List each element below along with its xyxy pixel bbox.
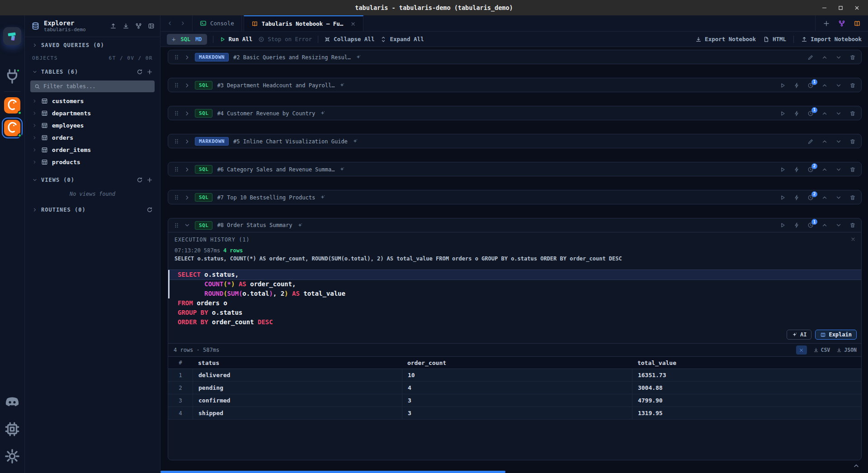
cell-title[interactable]: #4 Customer Revenue by Country [217, 110, 315, 117]
connections-icon[interactable] [4, 68, 21, 85]
move-cell-down-icon[interactable] [835, 194, 842, 201]
close-history-icon[interactable] [850, 236, 856, 242]
drag-handle-icon[interactable] [174, 110, 179, 116]
new-notebook-icon[interactable] [854, 20, 861, 27]
add-cell-icon[interactable]: + [172, 36, 175, 43]
expand-cell-icon[interactable] [184, 194, 190, 201]
table-item-products[interactable]: products [25, 156, 160, 168]
add-view-icon[interactable] [146, 177, 153, 183]
drag-handle-icon[interactable] [174, 194, 179, 200]
table-item-orders[interactable]: orders [25, 132, 160, 144]
sparkle-icon[interactable] [355, 54, 361, 60]
ai-button[interactable]: AI [787, 330, 811, 340]
sql-editor[interactable]: SELECT o.status, COUNT(*) AS order_count… [168, 265, 861, 343]
cell-title[interactable]: #5 Inline Chart Visualization Guide [233, 138, 348, 145]
refresh-routines-icon[interactable] [146, 207, 153, 213]
table-item-departments[interactable]: departments [25, 107, 160, 119]
refresh-tables-icon[interactable] [137, 69, 143, 75]
discord-icon[interactable] [4, 393, 21, 411]
run-force-icon[interactable] [793, 110, 800, 117]
table-item-order_items[interactable]: order_items [25, 144, 160, 156]
sparkle-icon[interactable] [339, 82, 345, 88]
nav-forward-icon[interactable] [180, 20, 186, 26]
table-item-customers[interactable]: customers [25, 95, 160, 107]
sparkle-icon[interactable] [297, 222, 303, 228]
column-header-total_value[interactable]: total_value [632, 359, 861, 366]
move-cell-down-icon[interactable] [835, 222, 842, 228]
add-sql-cell-button[interactable]: SQL [180, 36, 190, 43]
table-row[interactable]: 3confirmed34799.90 [168, 394, 861, 407]
refresh-views-icon[interactable] [137, 177, 143, 183]
minimize-icon[interactable] [818, 3, 830, 13]
cell-title[interactable]: #8 Order Status Summary [217, 222, 292, 228]
move-cell-down-icon[interactable] [835, 82, 842, 89]
drag-handle-icon[interactable] [174, 82, 179, 88]
code-line[interactable]: ROUND(SUM(o.total), 2) AS total_value [168, 289, 861, 298]
drag-handle-icon[interactable] [174, 54, 179, 60]
expand-cell-icon[interactable] [184, 110, 190, 117]
code-line[interactable]: FROM orders o [168, 298, 861, 308]
drag-handle-icon[interactable] [174, 138, 179, 144]
expand-cell-icon[interactable] [184, 138, 190, 145]
code-line[interactable]: ORDER BY order_count DESC [168, 317, 861, 327]
cell-title[interactable]: #6 Category Sales and Revenue Summa… [217, 166, 335, 173]
tables-section[interactable]: TABLES (6) [25, 64, 160, 79]
erd-icon[interactable] [838, 20, 845, 27]
cell-title[interactable]: #3 Department Headcount and Payroll… [217, 82, 335, 89]
table-row[interactable]: 1delivered1016351.73 [168, 369, 861, 382]
table-row[interactable]: 4shipped31319.95 [168, 407, 861, 420]
execution-history-icon[interactable]: 2 [807, 194, 814, 201]
column-header-status[interactable]: status [193, 359, 402, 366]
table-row[interactable]: 2pending43004.88 [168, 382, 861, 394]
cell-title[interactable]: #2 Basic Queries and Resizing Resul… [233, 54, 351, 61]
run-cell-icon[interactable] [779, 194, 786, 201]
run-force-icon[interactable] [793, 166, 800, 173]
executed-query-text[interactable]: SELECT o.status, COUNT(*) AS order_count… [175, 255, 855, 262]
delete-cell-icon[interactable] [849, 222, 856, 228]
sparkle-icon[interactable] [339, 166, 345, 172]
delete-cell-icon[interactable] [849, 54, 856, 61]
run-force-icon[interactable] [793, 82, 800, 89]
new-tab-icon[interactable] [823, 20, 830, 27]
run-force-icon[interactable] [793, 222, 800, 228]
scroll-top-icon[interactable] [853, 462, 860, 469]
expand-cell-icon[interactable] [184, 54, 190, 61]
move-cell-up-icon[interactable] [821, 110, 828, 117]
settings-gear-icon[interactable] [4, 448, 21, 465]
move-cell-up-icon[interactable] [821, 222, 828, 228]
code-line[interactable]: COUNT(*) AS order_count, [168, 279, 861, 289]
execution-history-icon[interactable]: 2 [807, 166, 814, 173]
collapse-cell-icon[interactable] [184, 222, 190, 228]
expand-cell-icon[interactable] [184, 82, 190, 89]
move-cell-down-icon[interactable] [835, 54, 842, 61]
export-json-button[interactable]: JSON [836, 347, 857, 353]
delete-cell-icon[interactable] [849, 82, 856, 89]
connection-postgres-1[interactable] [4, 97, 20, 114]
close-tab-icon[interactable] [350, 21, 356, 27]
delete-cell-icon[interactable] [849, 110, 856, 117]
execution-history-icon[interactable]: 1 [807, 110, 814, 117]
close-window-icon[interactable] [851, 3, 863, 13]
expand-cell-icon[interactable] [184, 166, 190, 173]
cell-title[interactable]: #7 Top 10 Bestselling Products [217, 194, 315, 201]
export-csv-button[interactable]: CSV [813, 347, 830, 353]
collapse-sidebar-icon[interactable] [148, 23, 155, 29]
run-cell-icon[interactable] [779, 166, 786, 173]
add-md-cell-button[interactable]: MD [195, 36, 202, 43]
views-section[interactable]: VIEWS (0) [25, 172, 160, 187]
move-cell-down-icon[interactable] [835, 110, 842, 117]
move-cell-down-icon[interactable] [835, 166, 842, 173]
export-icon[interactable] [110, 23, 117, 29]
nav-back-icon[interactable] [167, 20, 173, 26]
table-item-employees[interactable]: employees [25, 119, 160, 132]
code-line[interactable]: GROUP BY o.status [168, 308, 861, 317]
saved-queries-section[interactable]: SAVED QUERIES (0) [25, 37, 160, 52]
sparkle-icon[interactable] [320, 110, 326, 116]
connection-postgres-2-selected[interactable] [2, 118, 23, 138]
move-cell-up-icon[interactable] [821, 138, 828, 145]
system-chip-icon[interactable] [4, 421, 21, 438]
tabularis-logo[interactable] [3, 27, 21, 45]
execution-history-icon[interactable]: 1 [807, 82, 814, 89]
move-cell-up-icon[interactable] [821, 54, 828, 61]
schema-diagram-icon[interactable] [135, 23, 142, 29]
